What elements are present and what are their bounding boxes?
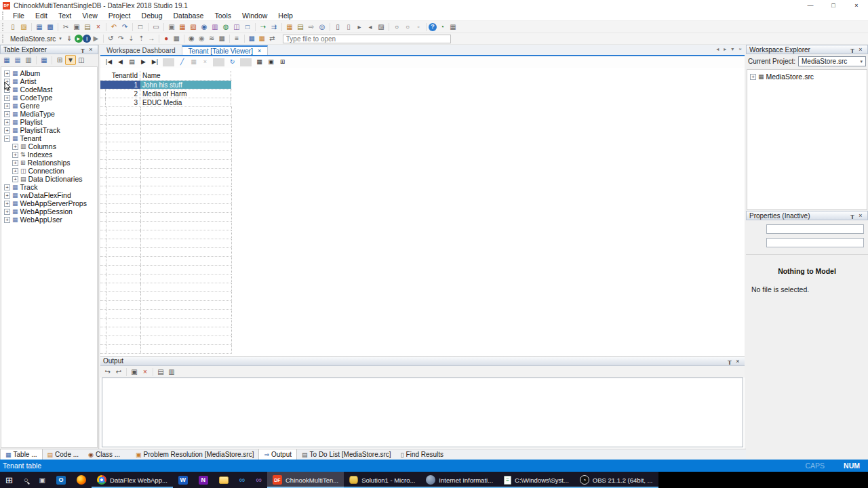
visual-studio-purple-button[interactable]: ∞ [250,472,267,488]
table-row[interactable]: 3 EDUC Media [100,98,232,107]
checklist-icon[interactable]: ▤ [295,22,306,32]
minimize-button[interactable]: — [799,0,822,11]
refresh-tables-icon[interactable]: ▦ [39,55,50,65]
expander-icon[interactable]: + [4,209,10,215]
chrome-dataflex-webapp-button[interactable]: DataFlex WebApp... [92,472,173,488]
save-icon[interactable]: ▦ [34,22,45,32]
search-button[interactable]: ○ [18,472,34,488]
tree-item-indexes[interactable]: + ⇅ Indexes [1,150,97,159]
menu-project[interactable]: Project [103,12,136,20]
tree-item-webappuser[interactable]: + ▦ WebAppUser [1,216,97,224]
step-over-icon[interactable]: ↷ [116,34,126,44]
expander-icon[interactable]: + [12,152,18,158]
new-webapp-icon[interactable]: ▥ [210,22,220,32]
quick-watch-icon[interactable]: ◉ [197,34,207,44]
export-icon[interactable]: ⊞ [277,57,288,67]
compile-icon[interactable]: ⇓ [64,34,75,44]
close-panel-icon[interactable]: × [856,45,865,54]
task-view-button[interactable]: ▣ [34,472,51,488]
expander-icon[interactable]: − [4,136,10,142]
macro-icon[interactable]: ▨ [376,22,387,32]
call-stack-icon[interactable]: ▦ [217,34,227,44]
tree-item-vwdataflexfind[interactable]: + ▦ vwDataFlexFind [1,191,97,199]
new-file-icon[interactable]: ▯ [7,22,18,32]
open-folder-icon[interactable]: ▨ [18,22,29,32]
preview-icon[interactable]: ◎ [317,22,328,32]
run-icon[interactable]: ▶ [75,35,83,43]
menu-window[interactable]: Window [237,12,273,20]
toggle-output-icon[interactable]: ▥ [166,367,177,377]
tree-item-playlisttrack[interactable]: + ▦ PlaylistTrack [1,126,97,134]
view-grid-icon[interactable]: ▦ [448,22,458,32]
tab-table-explorer[interactable]: ▦ Table ... [0,449,43,460]
new-web-service-icon[interactable]: ◍ [220,22,231,32]
start-button[interactable]: ⊞ [0,472,18,488]
tree-item-relationships[interactable]: + ⊞ Relationships [1,159,97,167]
open-workspace-icon[interactable]: ⇉ [269,22,279,32]
tab-class-explorer[interactable]: ◉ Class ... [83,449,125,460]
edit-table-icon[interactable]: ▦ [12,55,23,65]
cell-name[interactable]: Media of Harm [140,89,231,98]
next-record-icon[interactable]: ▶ [138,57,149,67]
cell-name[interactable]: John his stuff [140,81,231,89]
filter-icon[interactable]: ▼ [65,55,76,65]
bookmark-next-icon[interactable]: ▸ [354,22,365,32]
locals-icon[interactable]: ≋ [207,34,217,44]
paste-icon[interactable]: ▤ [82,22,93,32]
tree-item-tenant[interactable]: − ▦ Tenant [1,134,97,142]
next-message-icon[interactable]: ↪ [102,367,113,377]
previous-message-icon[interactable]: ↩ [113,367,124,377]
delete-record-icon[interactable]: × [199,57,211,67]
tab-workspace-dashboard[interactable]: Workspace Dashboard [100,45,182,55]
expander-icon[interactable]: + [4,70,10,77]
connection-icon[interactable]: ◫ [76,55,87,65]
new-user-icon[interactable]: ◉ [199,22,210,32]
word-wrap-icon[interactable]: ▤ [155,367,166,377]
table-wizard-icon[interactable]: ▦ [257,34,267,44]
menu-tools[interactable]: Tools [209,12,237,20]
pin-icon[interactable]: ┰ [79,45,87,54]
tree-item-playlist[interactable]: + ▦ Playlist [1,118,97,126]
step-out-icon[interactable]: ⇡ [136,34,146,44]
tree-item-album[interactable]: + ▦ Album [1,69,97,77]
close-button[interactable]: × [845,0,868,11]
scroll-tabs-right-icon[interactable]: ▸ [724,46,726,52]
tab-code-explorer[interactable]: ▤ Code ... [43,449,84,460]
tab-problem-resolution[interactable]: ▣ Problem Resolution [MediaStore.src] [131,449,258,460]
column-header-name[interactable]: Name [140,71,231,80]
database-builder-icon[interactable]: ◫ [231,22,242,32]
menu-debug[interactable]: Debug [136,12,168,20]
tree-item-mediatype[interactable]: + ▦ MediaType [1,110,97,118]
tab-list-icon[interactable]: ▾ [731,46,734,52]
attach-debugger-icon[interactable]: ⇢ [258,22,269,32]
undo-icon[interactable]: ↶ [108,22,119,32]
find-file-icon[interactable]: ▯ [332,22,343,32]
tree-item-codetype[interactable]: + ▦ CodeType [1,94,97,102]
file-explorer-button[interactable] [214,472,234,488]
step-into-icon[interactable]: ⇣ [126,34,136,44]
relate-tables-icon[interactable]: ⊞ [54,55,65,65]
tree-item-genre[interactable]: + ▦ Genre [1,102,97,110]
column-settings-icon[interactable]: ▣ [265,57,277,67]
onenote-button[interactable]: N [193,472,214,488]
tree-item-mediastore-src[interactable]: + ▦ MediaStore.src [747,73,867,81]
expander-icon[interactable]: + [12,168,18,174]
menu-view[interactable]: View [77,12,103,20]
expander-icon[interactable]: + [750,74,756,80]
new-window-icon[interactable]: □ [242,22,253,32]
about-icon[interactable]: ◔ [437,22,448,32]
tree-item-track[interactable]: + ▦ Track [1,183,97,191]
outlook-button[interactable]: O [51,472,71,488]
tree-item-connection[interactable]: + ◫ Connection [1,167,97,175]
restart-icon[interactable]: ↺ [106,34,116,44]
pin-icon[interactable]: ┰ [726,357,734,365]
table-tools-icon[interactable]: ▦ [247,34,257,44]
expander-icon[interactable]: + [4,201,10,207]
file-open-input[interactable] [283,35,451,43]
bookmark-prev-icon[interactable]: ◂ [365,22,376,32]
new-report-icon[interactable]: ▧ [188,22,199,32]
tree-item-data-dictionaries[interactable]: + ▤ Data Dictionaries [1,175,97,183]
tree-item-webappsession[interactable]: + ▦ WebAppSession [1,207,97,216]
expander-icon[interactable]: + [4,127,10,134]
visual-studio-blue-button[interactable]: ∞ [234,472,251,488]
